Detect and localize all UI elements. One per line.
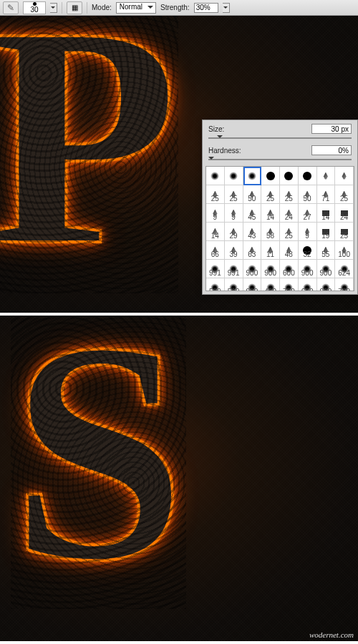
brush-preset-cell[interactable]: 900 <box>243 278 262 291</box>
brush-preset-cell[interactable] <box>335 167 354 185</box>
brush-preset-picker[interactable]: 30 <box>23 1 46 14</box>
brush-preset-dropdown[interactable] <box>50 3 57 13</box>
brush-preset-cell[interactable]: 43 <box>243 223 262 241</box>
mode-label: Mode: <box>92 4 112 11</box>
brush-preset-cell[interactable]: 66 <box>206 241 225 260</box>
brush-preset-cell[interactable]: 25 <box>335 185 354 204</box>
brush-preset-cell[interactable]: 9 <box>299 223 317 241</box>
brush-preset-cell[interactable]: 39 <box>225 241 243 260</box>
brush-preset-cell[interactable]: 29 <box>225 223 243 241</box>
brush-preset-cell[interactable]: 25 <box>261 185 280 204</box>
brush-preset-cell[interactable]: 48 <box>280 241 299 260</box>
canvas-bottom[interactable]: S <box>0 316 358 641</box>
brush-preset-cell[interactable]: 900 <box>317 260 336 278</box>
brush-size-input[interactable] <box>311 124 352 134</box>
brush-preset-cell[interactable]: 50 <box>299 185 317 204</box>
strength-input[interactable] <box>194 3 218 13</box>
brush-preset-cell[interactable]: 25 <box>225 185 243 204</box>
size-label: Size: <box>208 125 241 133</box>
brush-preset-cell[interactable]: 991 <box>206 260 225 278</box>
brush-preset-cell[interactable]: 9 <box>206 204 225 223</box>
brush-preset-cell[interactable]: 770 <box>335 278 354 291</box>
brush-preset-cell[interactable]: 71 <box>317 185 336 204</box>
brush-preset-cell[interactable]: 45 <box>243 204 262 223</box>
hardness-label: Hardness: <box>208 147 241 155</box>
brush-preset-cell[interactable] <box>280 167 299 185</box>
brush-preset-cell[interactable]: 9 <box>225 204 243 223</box>
brush-preset-cell[interactable]: 50 <box>243 185 262 204</box>
brush-preset-cell[interactable]: 900 <box>299 260 317 278</box>
strength-dropdown[interactable] <box>223 3 230 13</box>
brush-preset-cell[interactable]: 991 <box>225 260 243 278</box>
brush-preset-cell[interactable]: 14 <box>317 204 336 223</box>
brush-size-indicator: 30 <box>30 6 38 14</box>
brush-preset-cell[interactable]: 900 <box>261 260 280 278</box>
brush-preset-cell[interactable]: 25 <box>280 223 299 241</box>
options-bar: ✎ 30 ▦ Mode: Normal Strength: <box>0 0 358 16</box>
brush-preset-grid: 2525502525507125994514242714241429435825… <box>205 166 354 291</box>
brush-preset-cell[interactable]: 19 <box>317 223 336 241</box>
brush-preset-cell[interactable] <box>317 167 336 185</box>
brush-preset-cell[interactable]: 599 <box>206 278 225 291</box>
brush-preset-cell[interactable]: 100 <box>335 241 354 260</box>
brush-preset-cell[interactable]: 14 <box>206 223 225 241</box>
brush-preset-cell[interactable]: 63 <box>243 241 262 260</box>
brush-preset-cell[interactable]: 14 <box>261 204 280 223</box>
brush-picker-panel: Size: Hardness: 252550252550712599451424… <box>202 119 358 295</box>
watermark: wodernet.com <box>309 630 354 639</box>
brush-preset-cell[interactable]: 600 <box>280 260 299 278</box>
toggle-brush-panel-icon[interactable]: ▦ <box>67 1 82 14</box>
brush-preset-cell[interactable]: 650 <box>299 278 317 291</box>
brush-preset-cell[interactable]: 450 <box>261 278 280 291</box>
brush-preset-cell[interactable]: 624 <box>335 260 354 278</box>
brush-preset-cell[interactable]: 25 <box>335 223 354 241</box>
brush-preset-cell[interactable]: 900 <box>243 260 262 278</box>
brush-preset-cell[interactable]: 25 <box>280 185 299 204</box>
brush-preset-cell[interactable] <box>225 167 243 185</box>
brush-preset-cell[interactable]: 11 <box>261 241 280 260</box>
brush-preset-cell[interactable]: 900 <box>317 278 336 291</box>
brush-preset-cell[interactable]: 32 <box>299 241 317 260</box>
brush-preset-cell[interactable]: 24 <box>335 204 354 223</box>
brush-hardness-input[interactable] <box>311 145 352 155</box>
brush-preset-cell[interactable]: 24 <box>280 204 299 223</box>
brush-preset-cell[interactable]: 55 <box>317 241 336 260</box>
brush-preset-cell[interactable]: 27 <box>299 204 317 223</box>
brush-preset-cell[interactable]: 58 <box>261 223 280 241</box>
smudge-tool-icon[interactable]: ✎ <box>3 1 19 14</box>
brush-preset-cell[interactable]: 25 <box>206 185 225 204</box>
brush-preset-cell[interactable] <box>261 167 280 185</box>
strength-label: Strength: <box>160 4 190 11</box>
brush-preset-cell[interactable] <box>299 167 317 185</box>
brush-preset-cell[interactable] <box>206 167 225 185</box>
brush-preset-cell[interactable]: 750 <box>280 278 299 291</box>
brush-size-slider[interactable] <box>208 136 352 140</box>
brush-hardness-slider[interactable] <box>208 157 352 162</box>
brush-preset-cell[interactable]: 599 <box>225 278 243 291</box>
blend-mode-select[interactable]: Normal <box>116 2 156 14</box>
brush-preset-cell[interactable] <box>243 167 262 185</box>
